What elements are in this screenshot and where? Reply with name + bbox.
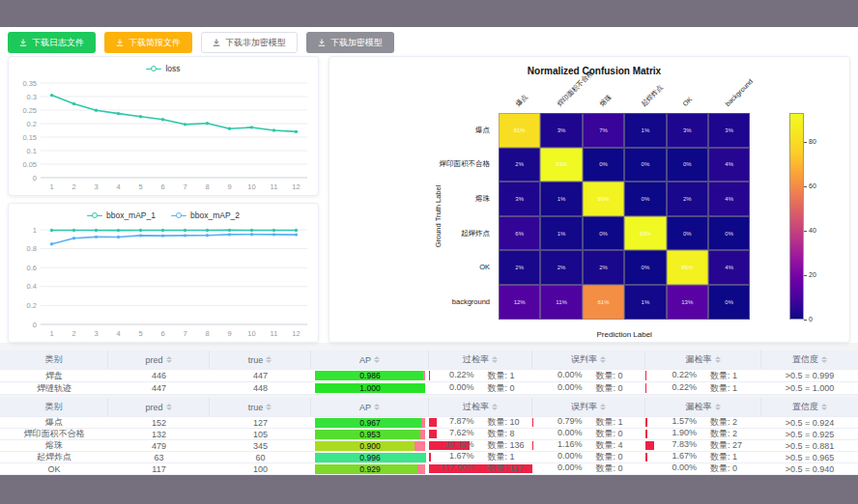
rate-count: 数量: 2 xyxy=(703,429,761,439)
column-header-overcheck[interactable]: 过检率 xyxy=(429,350,532,369)
column-header-true[interactable]: true xyxy=(210,350,311,369)
svg-text:0.8: 0.8 xyxy=(27,244,37,253)
sort-icon[interactable] xyxy=(821,356,827,363)
heatmap-cell: 0% xyxy=(624,250,666,285)
sort-icon[interactable] xyxy=(600,404,606,410)
confidence-cell: >0.5 = 0.999 xyxy=(761,370,858,381)
sort-icon[interactable] xyxy=(374,404,380,410)
line-series-icon xyxy=(171,211,186,220)
legend-item-loss[interactable]: loss xyxy=(146,64,180,73)
rate-percent: 7.62% xyxy=(429,429,481,439)
pred-value: 152 xyxy=(152,418,166,428)
sort-icon[interactable] xyxy=(266,404,272,410)
svg-text:2: 2 xyxy=(72,329,75,338)
pred-cell: 446 xyxy=(108,370,210,381)
sort-icon[interactable] xyxy=(492,356,498,363)
svg-text:6: 6 xyxy=(160,329,164,338)
column-header-pred[interactable]: pred xyxy=(108,398,210,416)
pred-cell: 152 xyxy=(108,417,210,428)
true-cell: 127 xyxy=(210,417,311,428)
true-value: 448 xyxy=(253,383,268,393)
pred-cell: 479 xyxy=(108,440,210,451)
miss-cell: 0.22%数量: 1 xyxy=(645,370,761,381)
column-header-overcheck[interactable]: 过检率 xyxy=(429,398,532,416)
download-button-label: 下载加密模型 xyxy=(330,39,383,47)
rate-percent: 7.83% xyxy=(645,440,703,451)
class-name: 焊印面积不合格 xyxy=(24,429,85,439)
ap-bar: 1.000 xyxy=(315,383,425,393)
ap-cell: 0.900 xyxy=(311,440,429,451)
heatmap-cell: 0% xyxy=(708,285,750,320)
true-cell: 345 xyxy=(210,440,311,451)
column-header-ap[interactable]: AP xyxy=(311,398,429,416)
column-header-pred[interactable]: pred xyxy=(108,350,210,369)
heatmap-cell: 1% xyxy=(540,182,582,216)
heatmap-cell: 11% xyxy=(540,285,582,320)
misjudge-cell: 0.00%数量: 0 xyxy=(532,452,645,462)
miss-cell: 0.22%数量: 1 xyxy=(645,382,761,394)
ap-cell: 0.929 xyxy=(311,463,429,474)
column-header-miss[interactable]: 漏检率 xyxy=(645,350,761,369)
download-encrypted-model-button[interactable]: 下载加密模型 xyxy=(306,32,394,53)
rate-percent: 1.67% xyxy=(645,452,703,462)
confusion-matrix-card: Normalized Confusion Matrix 81%3%7%1%3%3… xyxy=(329,56,850,343)
column-header-ap[interactable]: AP xyxy=(311,350,429,369)
column-header-label: AP xyxy=(359,403,371,412)
svg-text:3: 3 xyxy=(94,329,98,338)
ap-value: 0.967 xyxy=(315,418,425,428)
rate-count: 数量: 0 xyxy=(589,382,646,394)
heatmap-cell: 3% xyxy=(708,113,750,148)
column-header-confidence[interactable]: 置信度 xyxy=(761,350,858,369)
misjudge-cell: 1.16%数量: 4 xyxy=(532,440,645,451)
true-value: 60 xyxy=(255,453,265,462)
heatmap-cell: 13% xyxy=(667,285,708,320)
download-log-button[interactable]: 下载日志文件 xyxy=(8,32,96,53)
ap-bar: 0.953 xyxy=(315,430,425,439)
sort-icon[interactable] xyxy=(600,356,606,363)
sort-icon[interactable] xyxy=(715,356,721,363)
heatmap-cell: 2% xyxy=(583,250,624,285)
sort-icon[interactable] xyxy=(166,356,172,363)
download-report-button[interactable]: 下载简报文件 xyxy=(104,32,192,53)
sort-icon[interactable] xyxy=(715,404,721,410)
column-header-miss[interactable]: 漏检率 xyxy=(645,398,761,416)
legend-item-bbox_mAP_2[interactable]: bbox_mAP_2 xyxy=(171,210,240,220)
ap-cell: 0.996 xyxy=(311,452,429,462)
confusion-matrix: 81%3%7%1%3%3%2%93%0%0%0%4%3%1%90%0%2%4%6… xyxy=(329,57,849,342)
sort-icon[interactable] xyxy=(492,404,498,410)
column-header-confidence[interactable]: 置信度 xyxy=(761,398,858,416)
download-plain-model-button[interactable]: 下载非加密模型 xyxy=(201,32,298,53)
table-row: 熔珠4793450.90039.42%数量: 1361.16%数量: 47.83… xyxy=(0,440,858,452)
true-cell: 105 xyxy=(210,429,311,439)
confidence-cell: >0.5 = 0.940 xyxy=(761,463,858,474)
sort-icon[interactable] xyxy=(821,404,827,410)
column-header-label: true xyxy=(248,403,264,412)
column-header-label: AP xyxy=(359,355,371,365)
rate-count: 数量: 2 xyxy=(703,417,761,428)
column-header-misjudge[interactable]: 误判率 xyxy=(532,398,645,416)
pred-value: 446 xyxy=(152,371,166,380)
heatmap-cell: 6% xyxy=(499,216,540,251)
legend-item-bbox_mAP_1[interactable]: bbox_mAP_1 xyxy=(87,210,156,220)
rate-percent: 0.00% xyxy=(429,382,481,394)
column-header-label: pred xyxy=(145,403,162,412)
sort-icon[interactable] xyxy=(374,356,380,363)
misjudge-cell: 0.00%数量: 0 xyxy=(532,370,645,381)
sort-icon[interactable] xyxy=(166,404,172,410)
class-name-cell: 熔珠 xyxy=(0,440,108,451)
pred-value: 447 xyxy=(152,383,166,393)
svg-text:7: 7 xyxy=(183,182,186,191)
table-header-row: 类别predtrueAP过检率误判率漏检率置信度 xyxy=(0,350,858,370)
column-header-label: pred xyxy=(145,355,162,365)
svg-text:10: 10 xyxy=(247,329,255,338)
rate-percent: 1.90% xyxy=(645,429,703,439)
rate-percent: 39.42% xyxy=(429,440,481,451)
column-header-true[interactable]: true xyxy=(210,398,311,416)
column-header-misjudge[interactable]: 误判率 xyxy=(532,350,645,369)
sort-icon[interactable] xyxy=(266,356,272,363)
misjudge-cell: 0.00%数量: 0 xyxy=(532,382,645,394)
ap-value: 0.996 xyxy=(315,453,425,462)
column-header-label: 类别 xyxy=(45,353,63,366)
svg-text:0.1: 0.1 xyxy=(27,147,37,155)
svg-text:1: 1 xyxy=(49,182,53,191)
